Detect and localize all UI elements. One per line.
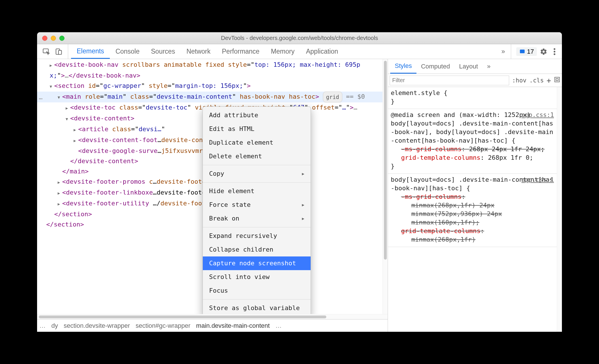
rule-selector[interactable]: body[layout=docs] .devsite-main-content[… <box>391 119 554 145</box>
tab-console[interactable]: Console <box>110 44 145 59</box>
disclosure-none-icon <box>42 219 46 230</box>
tab-sources[interactable]: Sources <box>145 44 181 59</box>
subtab-computed[interactable]: Computed <box>416 59 455 74</box>
style-rule[interactable]: element.style {} <box>388 87 557 109</box>
computed-toggle-icon[interactable] <box>554 76 560 84</box>
zoom-icon[interactable] <box>59 36 64 41</box>
breadcrumb-overflow-right-icon[interactable]: … <box>276 322 282 329</box>
tab-application[interactable]: Application <box>300 44 344 59</box>
dom-node[interactable]: <section id="gc-wrapper" style="margin-t… <box>37 81 383 92</box>
context-menu-item[interactable]: Focus <box>203 284 311 298</box>
dom-node[interactable]: <main role="main" class="devsite-main-co… <box>37 92 383 102</box>
disclosure-down-icon[interactable] <box>66 113 70 124</box>
styles-sidebar: StylesComputedLayout» :hov .cls + elemen… <box>388 59 562 332</box>
declaration-continuation[interactable]: minmax(268px,1fr) <box>391 235 554 244</box>
style-rule[interactable]: app.css:1body[layout=docs] .devsite-main… <box>388 174 557 247</box>
declaration-continuation[interactable]: minmax(268px,1fr) 24px <box>391 201 554 210</box>
disclosure-down-icon[interactable] <box>50 81 54 92</box>
new-style-rule-button[interactable]: + <box>547 76 551 85</box>
context-menu-item[interactable]: Break on <box>203 212 311 225</box>
context-menu-item[interactable]: Edit as HTML <box>203 122 311 136</box>
disclosure-none-icon <box>74 146 78 156</box>
context-menu-separator <box>203 227 311 227</box>
declaration[interactable]: grid-template-columns: 268px 1fr 0; <box>391 153 554 162</box>
tab-memory[interactable]: Memory <box>265 44 300 59</box>
devtools-window: DevTools - developers.google.com/web/too… <box>37 32 562 332</box>
inspect-icon[interactable] <box>42 48 50 56</box>
disclosure-none-icon <box>58 166 62 177</box>
cls-toggle[interactable]: .cls <box>529 77 544 84</box>
disclosure-right-icon[interactable] <box>58 177 62 187</box>
svg-point-4 <box>554 48 555 50</box>
tab-performance[interactable]: Performance <box>216 44 265 59</box>
dom-vertical-scrollbar[interactable] <box>383 59 388 314</box>
styles-filter-bar: :hov .cls + <box>388 74 562 87</box>
declaration[interactable]: -ms-grid-columns: <box>391 193 554 201</box>
grid-badge[interactable]: grid <box>323 92 342 102</box>
device-toggle-icon[interactable] <box>55 48 63 56</box>
disclosure-right-icon[interactable] <box>50 60 54 70</box>
disclosure-right-icon[interactable] <box>58 198 62 209</box>
styles-filter-input[interactable] <box>390 76 509 85</box>
context-menu-separator <box>203 299 311 300</box>
breadcrumb-segment[interactable]: main.devsite-main-content <box>196 322 270 329</box>
toolbar-left-icons <box>37 44 68 59</box>
disclosure-right-icon[interactable] <box>58 187 62 198</box>
hov-toggle[interactable]: :hov <box>512 77 527 84</box>
dom-tree[interactable]: … <devsite-book-nav scrollbars animatabl… <box>37 59 383 314</box>
context-menu-item[interactable]: Scroll into view <box>203 270 311 284</box>
rule-close-brace: } <box>391 97 554 106</box>
context-menu-item[interactable]: Capture node screenshot <box>203 256 311 270</box>
kebab-menu-icon[interactable] <box>551 48 558 56</box>
elements-panel: … <devsite-book-nav scrollbars animatabl… <box>37 59 388 332</box>
scrollbar-thumb[interactable] <box>39 316 326 318</box>
main-toolbar: ElementsConsoleSourcesNetworkPerformance… <box>37 44 562 59</box>
dom-horizontal-scrollbar[interactable] <box>37 314 388 319</box>
context-menu-item[interactable]: Duplicate element <box>203 136 311 149</box>
rule-selector[interactable]: element.style { <box>391 89 554 97</box>
svg-point-6 <box>554 53 555 55</box>
breadcrumb-segment[interactable]: dy <box>51 322 58 329</box>
context-menu-item[interactable]: Force state <box>203 198 311 212</box>
issues-badge[interactable]: 17 <box>516 47 537 56</box>
breadcrumb-segment[interactable]: section#gc-wrapper <box>136 322 191 329</box>
context-menu-item[interactable]: Copy <box>203 167 311 181</box>
scrollbar-thumb[interactable] <box>384 61 387 260</box>
styles-rules[interactable]: element.style {}app.css:1@media screen a… <box>388 87 557 332</box>
rule-close-brace: } <box>391 162 554 171</box>
declaration[interactable]: grid-template-columns: <box>391 227 554 235</box>
tab-elements[interactable]: Elements <box>71 44 110 59</box>
disclosure-down-icon[interactable] <box>58 92 62 102</box>
subtabs-overflow-icon[interactable]: » <box>483 59 495 74</box>
styles-vertical-scrollbar[interactable] <box>557 87 562 332</box>
context-menu-item[interactable]: Hide element <box>203 184 311 198</box>
context-menu-item[interactable]: Store as global variable <box>203 301 311 314</box>
breadcrumb-segment[interactable]: section.devsite-wrapper <box>64 322 130 329</box>
selected-node-ref: == $0 <box>346 93 365 100</box>
rule-source-link[interactable]: app.css:1 <box>521 175 554 184</box>
disclosure-right-icon[interactable] <box>74 124 78 135</box>
svg-rect-8 <box>556 78 558 80</box>
style-rule[interactable]: app.css:1@media screen and (max-width: 1… <box>388 109 557 174</box>
close-icon[interactable] <box>42 36 47 41</box>
subtab-styles[interactable]: Styles <box>390 59 416 74</box>
disclosure-right-icon[interactable] <box>74 135 78 146</box>
declaration[interactable]: -ms-grid-columns: 268px 24px 1fr 24px; <box>391 145 554 153</box>
context-menu-item[interactable]: Delete element <box>203 149 311 163</box>
context-menu-item[interactable]: Add attribute <box>203 108 311 122</box>
settings-icon[interactable] <box>540 48 548 56</box>
declaration-continuation[interactable]: minmax(160px,1fr); <box>391 218 554 227</box>
context-menu-item[interactable]: Collapse children <box>203 243 311 256</box>
declaration-continuation[interactable]: minmax(752px,936px) 24px <box>391 210 554 218</box>
context-menu-item[interactable]: Expand recursively <box>203 229 311 243</box>
minimize-icon[interactable] <box>51 36 56 41</box>
traffic-lights <box>42 36 64 41</box>
subtab-layout[interactable]: Layout <box>454 59 482 74</box>
rule-source-link[interactable]: app.css:1 <box>521 111 554 119</box>
tab-network[interactable]: Network <box>181 44 216 59</box>
disclosure-right-icon[interactable] <box>66 102 70 113</box>
tabs-overflow-icon[interactable]: » <box>496 48 511 55</box>
disclosure-none-icon <box>66 156 70 166</box>
breadcrumb-overflow-left-icon[interactable]: … <box>39 322 46 329</box>
dom-node[interactable]: <devsite-book-nav scrollbars animatable … <box>37 60 383 81</box>
